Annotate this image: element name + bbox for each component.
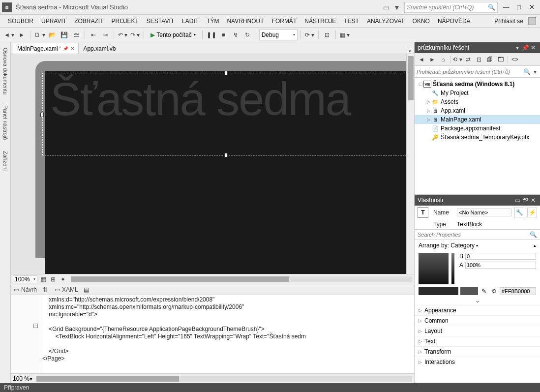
resize-handle-n[interactable] — [224, 71, 228, 75]
menu-napoveda[interactable]: NÁPOVĚDA — [434, 16, 475, 26]
search-dropdown-icon[interactable]: ▾ — [532, 68, 538, 75]
eyedropper-icon[interactable]: ✎ — [480, 287, 488, 295]
outdent-button[interactable]: ⇤ — [88, 30, 99, 40]
menu-soubor[interactable]: SOUBOR — [4, 16, 37, 26]
properties-button[interactable]: 🗔 — [496, 55, 506, 64]
home-button[interactable]: ⌂ — [438, 55, 448, 64]
collapse-icon[interactable]: ▴ — [534, 243, 536, 248]
solution-search[interactable]: 🔍 ▾ — [415, 66, 540, 78]
vertical-scrollbar[interactable] — [406, 54, 414, 274]
menu-okno[interactable]: OKNO — [409, 16, 434, 26]
tree-item-manifest[interactable]: 📄 Package.appxmanifest — [415, 124, 540, 133]
brush-preview[interactable] — [419, 253, 449, 284]
refresh-button[interactable]: ⇄ — [463, 55, 473, 64]
tree-item-pfx[interactable]: 🔑 Šťasná sedma_TemporaryKey.pfx — [415, 133, 540, 142]
layout-button[interactable]: ▦ ▾ — [339, 30, 351, 40]
wrench-button[interactable]: 🔧 — [514, 208, 524, 217]
tab-overflow-button[interactable]: ▾ — [406, 49, 414, 54]
design-view-button[interactable]: ▭Návrh — [13, 286, 37, 293]
code-h-thumb[interactable] — [36, 376, 179, 382]
menu-ladit[interactable]: LADIT — [178, 16, 203, 26]
maximize-button[interactable]: □ — [512, 2, 525, 13]
resize-handle-s[interactable] — [224, 153, 228, 157]
new-project-button[interactable]: 🗋 ▾ — [33, 30, 46, 40]
name-input[interactable] — [457, 209, 511, 216]
category-interactions[interactable]: ▷Interactions — [415, 357, 540, 367]
project-node[interactable]: ▢ VB Šťasná sedma (Windows 8.1) — [415, 80, 540, 89]
expander-icon[interactable]: ▷ — [425, 99, 431, 104]
indent-button[interactable]: ⇥ — [100, 30, 111, 40]
quick-launch-input[interactable]: Snadné spuštění (Ctrl+Q) 🔍 — [404, 2, 498, 13]
brush-b-input[interactable] — [465, 253, 536, 260]
tree-item-mainpage-xaml[interactable]: ▷🗎 MainPage.xaml — [415, 115, 540, 124]
pause-button[interactable]: ❚❚ — [206, 30, 217, 40]
minimize-button[interactable]: — — [500, 2, 512, 13]
outline-tab[interactable]: Osnova dokumentu — [1, 44, 10, 98]
tab-app-xaml-vb[interactable]: App.xaml.vb — [79, 43, 120, 54]
close-tab-icon[interactable]: ✕ — [70, 46, 74, 51]
back-button[interactable]: ◄ — [417, 55, 426, 64]
code-zoom-dropdown[interactable]: 100 %▾ — [13, 375, 32, 382]
solution-search-input[interactable] — [417, 69, 522, 75]
menu-test[interactable]: TEST — [340, 16, 363, 26]
menu-projekt[interactable]: PROJEKT — [107, 16, 142, 26]
search-icon[interactable]: 🔍 — [522, 68, 532, 75]
stop-button[interactable]: ■ — [218, 30, 229, 40]
split-layout-button[interactable]: ▤ — [83, 286, 90, 293]
reset-brush-icon[interactable]: ⟲ — [490, 287, 498, 295]
device-tab[interactable]: Zařízení — [1, 148, 10, 174]
xaml-view-button[interactable]: ▭XAML — [54, 286, 78, 293]
tab-mainpage-xaml[interactable]: MainPage.xaml* 📌 ✕ — [13, 43, 79, 54]
save-all-button[interactable]: 🗃 — [71, 30, 82, 40]
horizontal-scrollbar[interactable] — [71, 276, 412, 282]
fold-toggle[interactable]: − — [33, 324, 38, 328]
undo-button[interactable]: ↶ ▾ — [117, 30, 128, 40]
swatch-previous[interactable] — [460, 287, 478, 295]
properties-search-input[interactable] — [418, 232, 530, 238]
toolbox-tab[interactable]: Panel nástrojů — [1, 102, 10, 143]
category-transform[interactable]: ▷Transform — [415, 346, 540, 357]
events-button[interactable]: ⚡ — [527, 208, 537, 217]
navigate-back-button[interactable]: ◄ ▾ — [3, 30, 15, 40]
show-all-button[interactable]: 🗐 — [485, 55, 495, 64]
menu-sestavit[interactable]: SESTAVIT — [143, 16, 178, 26]
selection-rect[interactable] — [42, 73, 409, 155]
brush-a-input[interactable] — [465, 262, 536, 269]
panel-menu-icon[interactable]: ▾ — [513, 44, 521, 52]
sync-button[interactable]: ⟲ ▾ — [452, 55, 462, 64]
menu-nastroje[interactable]: NÁSTROJE — [300, 16, 340, 26]
brush-hex-input[interactable] — [500, 287, 536, 295]
save-button[interactable]: 💾 — [59, 30, 70, 40]
close-button[interactable]: ✕ — [525, 2, 538, 13]
menu-navrhnout[interactable]: NAVRHNOUT — [223, 16, 268, 26]
avatar-icon[interactable] — [528, 17, 536, 25]
expander-icon[interactable]: ▷ — [425, 108, 431, 113]
swap-panes-button[interactable]: ⇅ — [42, 286, 49, 293]
navigate-forward-button[interactable]: ► — [16, 30, 27, 40]
category-appearance[interactable]: ▷Appearance — [415, 305, 540, 315]
menu-zobrazit[interactable]: ZOBRAZIT — [70, 16, 107, 26]
open-file-button[interactable]: 📂 — [47, 30, 58, 40]
solution-explorer-header[interactable]: průzkumníku řešení ▾ 📌 ✕ — [415, 42, 540, 53]
pin-icon[interactable]: 📌 — [63, 46, 68, 51]
category-text[interactable]: ▷Text — [415, 336, 540, 346]
brush-expand-toggle[interactable]: ⌄ — [415, 296, 540, 305]
redo-button[interactable]: ↷ ▾ — [129, 30, 141, 40]
grid-icon[interactable]: ▦ — [39, 275, 47, 283]
effects-icon[interactable]: ✦ — [59, 275, 67, 283]
panel-close-icon[interactable]: ✕ — [529, 44, 537, 52]
configuration-dropdown[interactable]: Debug ▾ — [259, 30, 298, 40]
tree-item-app-xaml[interactable]: ▷🗎 App.xaml — [415, 106, 540, 115]
xaml-code-pane[interactable]: − xmlns:d="http://schemas.microsoft.com/… — [11, 295, 414, 373]
tree-item-assets[interactable]: ▷📁 Assets — [415, 97, 540, 106]
menu-upravit[interactable]: UPRAVIT — [37, 16, 70, 26]
panel-close-icon[interactable]: ✕ — [529, 196, 537, 204]
menu-format[interactable]: FORMÁT — [268, 16, 301, 26]
sign-in-link[interactable]: Přihlásit se — [494, 18, 526, 25]
expander-icon[interactable]: ▷ — [425, 117, 431, 122]
menu-analyzovat[interactable]: ANALYZOVAT — [363, 16, 409, 26]
panel-window-icon[interactable]: 🗗 — [521, 196, 529, 204]
code-text[interactable]: xmlns:d="http://schemas.microsoft.com/ex… — [40, 295, 414, 373]
start-debug-button[interactable]: ▶ Tento počítač ▾ — [147, 30, 199, 40]
swatch-current[interactable] — [419, 287, 458, 295]
